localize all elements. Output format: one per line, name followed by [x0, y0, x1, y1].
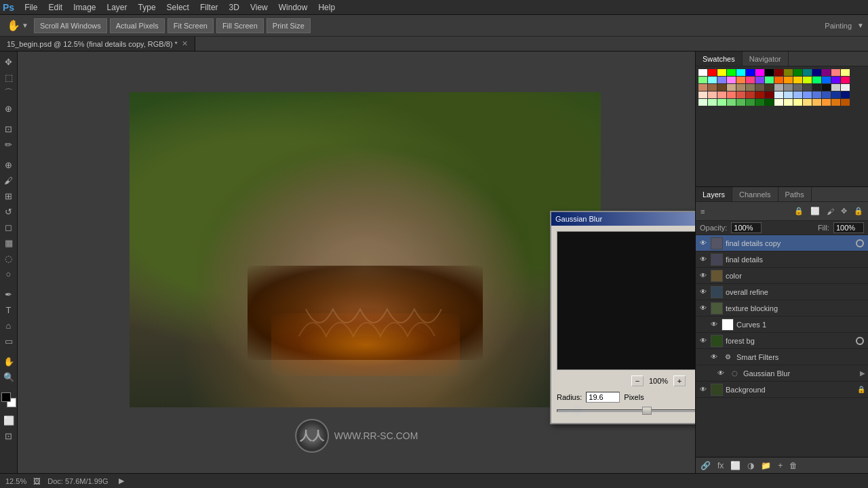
swatch[interactable]: [822, 84, 831, 91]
menu-edit[interactable]: Edit: [43, 2, 67, 13]
lock-all-icon[interactable]: 🔒: [852, 206, 865, 216]
swatch[interactable]: [736, 77, 745, 83]
swatch[interactable]: [812, 77, 821, 83]
layer-item-final-details-copy[interactable]: 👁 final details copy: [696, 235, 868, 251]
swatch[interactable]: [822, 99, 831, 106]
fit-screen-button[interactable]: Fit Screen: [167, 18, 214, 33]
layer-item-gaussian-blur[interactable]: 👁 ◌ Gaussian Blur ▶: [696, 365, 868, 382]
brush-tool[interactable]: 🖌: [1, 173, 16, 188]
swatch[interactable]: [698, 69, 707, 76]
status-doc-icon[interactable]: 🖼: [33, 477, 41, 485]
menu-view[interactable]: View: [245, 2, 273, 13]
swatch[interactable]: [841, 92, 850, 98]
swatch[interactable]: [822, 92, 831, 98]
swatch[interactable]: [736, 99, 745, 106]
swatch[interactable]: [708, 99, 717, 106]
swatch[interactable]: [708, 92, 717, 98]
swatch[interactable]: [717, 69, 726, 76]
swatch[interactable]: [765, 84, 774, 91]
marquee-tool[interactable]: ⬚: [1, 70, 16, 85]
canvas-area[interactable]: Gaussian Blur ✕ OK Cancel Preview − 100%…: [18, 52, 695, 473]
swatch[interactable]: [841, 69, 850, 76]
new-fill-layer-icon[interactable]: ◑: [745, 461, 756, 470]
dialog-preview-area[interactable]: [557, 231, 695, 370]
swatch[interactable]: [812, 92, 821, 98]
hand-tool[interactable]: ✋ ▼: [4, 18, 31, 33]
menu-layer[interactable]: Layer: [102, 2, 132, 13]
swatch[interactable]: [831, 99, 840, 106]
swatch[interactable]: [841, 77, 850, 83]
layer-visibility-eye[interactable]: 👁: [698, 385, 708, 394]
swatch[interactable]: [746, 99, 755, 106]
radius-slider[interactable]: [557, 405, 695, 416]
swatch[interactable]: [831, 69, 840, 76]
swatch[interactable]: [717, 92, 726, 98]
layer-visibility-eye[interactable]: 👁: [698, 255, 708, 264]
swatch[interactable]: [727, 99, 736, 106]
swatch[interactable]: [708, 69, 717, 76]
swatch[interactable]: [727, 92, 736, 98]
swatch[interactable]: [831, 77, 840, 83]
shape-tool[interactable]: ▭: [1, 333, 16, 348]
layer-item-background[interactable]: 👁 Background 🔒: [696, 382, 868, 398]
foreground-color[interactable]: [1, 392, 16, 407]
layer-visibility-eye[interactable]: 👁: [709, 352, 719, 362]
fill-input[interactable]: [833, 222, 864, 233]
swatch[interactable]: [784, 92, 793, 98]
layer-item-smart-filters[interactable]: 👁 ⚙ Smart Filters: [696, 349, 868, 365]
swatch[interactable]: [784, 99, 793, 106]
menu-3d[interactable]: 3D: [224, 2, 244, 13]
swatch[interactable]: [784, 69, 793, 76]
swatch[interactable]: [717, 77, 726, 83]
swatch[interactable]: [708, 84, 717, 91]
swatch[interactable]: [755, 69, 764, 76]
swatch[interactable]: [746, 77, 755, 83]
swatch[interactable]: [765, 77, 774, 83]
menu-select[interactable]: Select: [162, 2, 194, 13]
swatch[interactable]: [727, 69, 736, 76]
swatch[interactable]: [831, 84, 840, 91]
swatch[interactable]: [803, 77, 812, 83]
swatch[interactable]: [746, 69, 755, 76]
swatch[interactable]: [784, 77, 793, 83]
actual-pixels-button[interactable]: Actual Pixels: [110, 18, 165, 33]
layer-item-curves1[interactable]: 👁 Curves 1: [696, 317, 868, 333]
swatch[interactable]: [774, 92, 783, 98]
swatch[interactable]: [803, 69, 812, 76]
swatch[interactable]: [803, 84, 812, 91]
lock-position-icon[interactable]: ✥: [839, 206, 849, 216]
screen-mode-tool[interactable]: ⊡: [1, 428, 16, 443]
swatch[interactable]: [727, 84, 736, 91]
pen-tool[interactable]: ✒: [1, 287, 16, 302]
swatch[interactable]: [803, 92, 812, 98]
tab-navigator[interactable]: Navigator: [743, 52, 789, 66]
swatch[interactable]: [736, 69, 745, 76]
swatch[interactable]: [793, 92, 802, 98]
swatch[interactable]: [698, 92, 707, 98]
blur-tool[interactable]: ◌: [1, 251, 16, 266]
move-tool[interactable]: ✥: [1, 54, 16, 69]
swatch[interactable]: [736, 84, 745, 91]
swatch[interactable]: [755, 99, 764, 106]
swatch[interactable]: [736, 92, 745, 98]
radius-slider-thumb[interactable]: [642, 407, 652, 415]
new-layer-icon[interactable]: +: [776, 461, 785, 470]
layer-item-texture-blocking[interactable]: 👁 texture blocking: [696, 300, 868, 317]
layers-filter-icon[interactable]: ≡: [698, 207, 707, 216]
swatch[interactable]: [698, 84, 707, 91]
swatch[interactable]: [765, 99, 774, 106]
swatch[interactable]: [717, 84, 726, 91]
add-mask-icon[interactable]: ⬜: [728, 461, 743, 470]
layer-visibility-eye[interactable]: 👁: [698, 271, 708, 281]
swatch[interactable]: [774, 99, 783, 106]
gradient-tool[interactable]: ▦: [1, 235, 16, 250]
eraser-tool[interactable]: ◻: [1, 220, 16, 235]
menu-image[interactable]: Image: [68, 2, 100, 13]
tab-channels[interactable]: Channels: [732, 187, 778, 201]
quick-select-tool[interactable]: ⊕: [1, 101, 16, 116]
eyedropper-tool[interactable]: ✏: [1, 137, 16, 152]
swatch[interactable]: [746, 84, 755, 91]
layer-item-final-details[interactable]: 👁 final details: [696, 251, 868, 268]
link-layers-icon[interactable]: 🔗: [698, 461, 713, 470]
lock-icon[interactable]: 🔒: [792, 206, 806, 216]
